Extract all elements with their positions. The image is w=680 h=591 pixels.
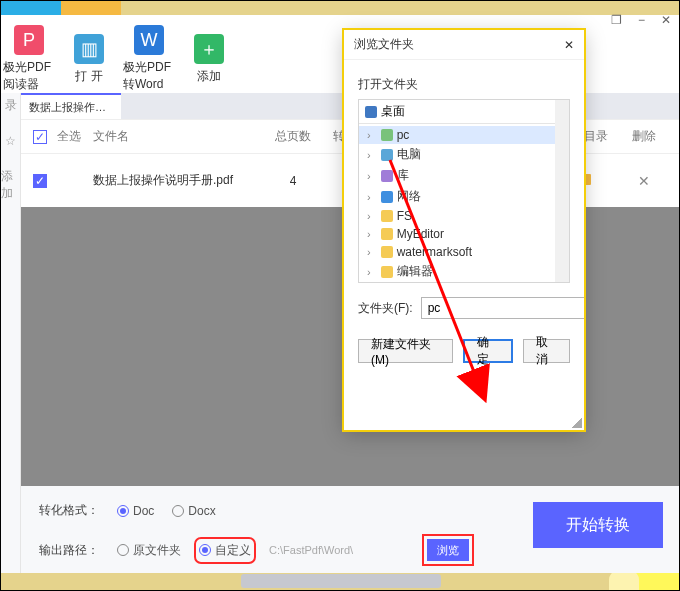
- tree-item[interactable]: 编辑器: [359, 261, 569, 282]
- col-name: 文件名: [93, 128, 253, 145]
- radio-doc[interactable]: Doc: [117, 504, 154, 518]
- tab-document[interactable]: 数据上报操作说明手册.p: [21, 93, 121, 119]
- side-record[interactable]: 录: [5, 97, 17, 114]
- folder-icon: [381, 210, 393, 222]
- folder-icon: [381, 228, 393, 240]
- tree-item[interactable]: FS: [359, 207, 569, 225]
- file-name: 数据上报操作说明手册.pdf: [93, 172, 253, 189]
- select-all-checkbox[interactable]: ✓: [33, 130, 47, 144]
- tree-item-label: 电脑: [397, 146, 421, 163]
- tree-root[interactable]: 桌面: [381, 103, 405, 120]
- radio-source-folder[interactable]: 原文件夹: [117, 542, 181, 559]
- decor: [1, 1, 61, 15]
- folder-icon: [381, 170, 393, 182]
- toolbar-label: 添加: [197, 68, 221, 85]
- toolbar-label: 打 开: [75, 68, 102, 85]
- toolbar-label: 极光PDF阅读器: [3, 59, 55, 93]
- tool-pdf-reader[interactable]: P极光PDF阅读器: [3, 25, 55, 93]
- tree-item[interactable]: 库: [359, 165, 569, 186]
- close-icon[interactable]: ✕: [661, 13, 671, 27]
- help-icon[interactable]: ❐: [611, 13, 622, 27]
- minimize-icon[interactable]: −: [638, 13, 645, 27]
- col-pages: 总页数: [253, 128, 333, 145]
- start-convert-button[interactable]: 开始转换: [533, 502, 663, 548]
- browse-folder-dialog: 浏览文件夹 ✕ 打开文件夹 桌面 pc电脑库网络FSMyEditorwaterm…: [344, 30, 584, 430]
- tree-item-label: watermarksoft: [397, 245, 472, 259]
- tree-item-label: FS: [397, 209, 412, 223]
- output-path-input[interactable]: [269, 540, 409, 560]
- side-add[interactable]: 添加: [1, 168, 20, 202]
- tree-item-label: 网络: [397, 188, 421, 205]
- tree-scrollbar[interactable]: [555, 100, 569, 282]
- file-pages: 4: [253, 174, 333, 188]
- cancel-button[interactable]: 取消: [523, 339, 570, 363]
- tool-pdf-to-word[interactable]: W极光PDF转Word: [123, 25, 175, 93]
- decor: [61, 1, 121, 15]
- output-label: 输出路径：: [39, 542, 99, 559]
- tree-item-label: 库: [397, 167, 409, 184]
- folder-icon: [381, 129, 393, 141]
- tree-item[interactable]: 网络: [359, 186, 569, 207]
- browse-button[interactable]: 浏览: [427, 539, 469, 561]
- dialog-title: 浏览文件夹: [354, 36, 414, 53]
- resize-handle[interactable]: [572, 418, 582, 428]
- folder-icon: [381, 266, 393, 278]
- scrollbar[interactable]: [241, 574, 441, 588]
- tree-item[interactable]: pc: [359, 126, 569, 144]
- tree-item[interactable]: MyEditor: [359, 225, 569, 243]
- tree-item-label: pc: [397, 128, 410, 142]
- folder-icon: [381, 149, 393, 161]
- new-folder-button[interactable]: 新建文件夹(M): [358, 339, 453, 363]
- folder-tree[interactable]: 桌面 pc电脑库网络FSMyEditorwatermarksoft编辑器: [358, 99, 570, 283]
- dialog-close-icon[interactable]: ✕: [564, 38, 574, 52]
- row-checkbox[interactable]: ✓: [33, 174, 47, 188]
- titlebar: ❐ − ✕: [1, 15, 680, 25]
- bottom-panel: 转化格式： Doc Docx 输出路径： 原文件夹 自定义 浏览 开始转换: [21, 486, 680, 573]
- dialog-subtitle: 打开文件夹: [344, 60, 584, 99]
- folder-field-input[interactable]: [421, 297, 585, 319]
- tree-item[interactable]: watermarksoft: [359, 243, 569, 261]
- folder-icon: [381, 191, 393, 203]
- radio-docx[interactable]: Docx: [172, 504, 215, 518]
- ok-button[interactable]: 确定: [463, 339, 512, 363]
- tool-open[interactable]: ▥打 开: [63, 34, 115, 85]
- toolbar-label: 极光PDF转Word: [123, 59, 175, 93]
- star-icon[interactable]: ☆: [5, 134, 16, 148]
- radio-custom[interactable]: 自定义: [199, 542, 251, 559]
- sidebar: 录 ☆ 添加: [1, 93, 21, 573]
- folder-icon: [381, 246, 393, 258]
- folder-field-label: 文件夹(F):: [358, 300, 413, 317]
- tree-item-label: 编辑器: [397, 263, 433, 280]
- format-label: 转化格式：: [39, 502, 99, 519]
- col-del: 删除: [619, 128, 669, 145]
- delete-icon[interactable]: ✕: [619, 173, 669, 189]
- tree-item[interactable]: 电脑: [359, 144, 569, 165]
- tree-item-label: MyEditor: [397, 227, 444, 241]
- tool-add[interactable]: ＋添加: [183, 34, 235, 85]
- col-all[interactable]: 全选: [57, 128, 93, 145]
- desktop-icon: [365, 106, 377, 118]
